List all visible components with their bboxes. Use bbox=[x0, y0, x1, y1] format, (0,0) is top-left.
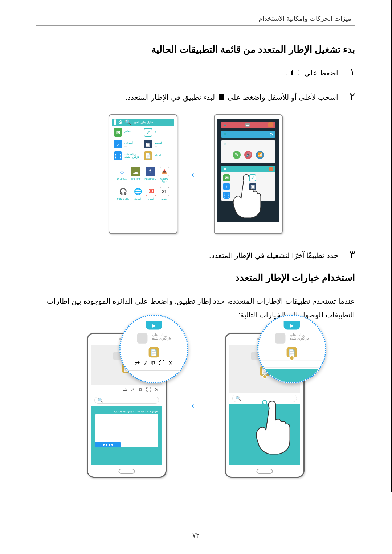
step1-text-b: . bbox=[286, 69, 288, 77]
figure-1: ⚙ 🔍 فایل های اخیر ✉اصابیر... ✓۸ ♪اصوائی.… bbox=[36, 114, 355, 234]
step-3: ٣ حدد تطبيقًا آخرًا لتشغيله في الإطار ال… bbox=[36, 249, 355, 261]
drag-icon: ⤢ bbox=[131, 387, 135, 393]
multiwindow-icon bbox=[219, 92, 224, 103]
step2-text-a: اسحب لأعلى أو للأسفل واضغط على bbox=[226, 93, 338, 101]
phone-recents: ✕ ✕ ⚙ ✕ ↻ 🔊 📶 bbox=[214, 114, 283, 234]
page-number: ٧٢ bbox=[192, 532, 200, 539]
svg-rect-4 bbox=[219, 97, 224, 100]
figure-2: ▶ برنامه هایبازگیری شده 📄 ⇄ ⤢ ⧉ ⛶ ✕ bbox=[36, 333, 355, 478]
step1-text-a: اضغط على bbox=[302, 69, 338, 77]
recent-apps-icon bbox=[291, 68, 301, 79]
search-icon: 🔍 bbox=[98, 398, 103, 403]
magnifier-zoom: ▶ برنامه هایبازگیری شده 📄 ⇄⤢⧉⛶✕ 🔍 bbox=[119, 315, 188, 383]
arrow-icon: ← bbox=[188, 166, 203, 182]
section-title-2: استخدام خيارات الإطار المتعدد bbox=[36, 272, 355, 283]
step-number: ٣ bbox=[344, 249, 355, 260]
phone-app-grid: ⚙ 🔍 فایل های اخیر ✉اصابیر... ✓۸ ♪اصوائی.… bbox=[109, 114, 177, 234]
step-text: اسحب لأعلى أو للأسفل واضغط على لبدء تطبي… bbox=[125, 91, 338, 104]
gear-icon: ⚙ bbox=[118, 119, 123, 125]
minimize-icon: ⧉ bbox=[139, 387, 142, 393]
page-header: ميزات الحركات وإمكانية الاستخدام bbox=[36, 15, 355, 26]
close-icon: ✕ bbox=[155, 387, 159, 393]
section-title-1: بدء تشغيل الإطار المتعدد من قائمة التطبي… bbox=[36, 44, 355, 55]
step-2: ٢ اسحب لأعلى أو للأسفل واضغط على لبدء تط… bbox=[36, 90, 355, 104]
arrow-icon: ← bbox=[188, 397, 203, 414]
step-1: ١ اضغط على . bbox=[36, 66, 355, 79]
step2-text-b: لبدء تطبيق في الإطار المتعدد. bbox=[125, 93, 215, 101]
search-icon: 🔍 bbox=[236, 396, 241, 401]
maximize-icon: ⛶ bbox=[146, 387, 151, 393]
step-text: اضغط على . bbox=[286, 67, 338, 79]
svg-rect-3 bbox=[219, 94, 224, 97]
magnifier-zoom: ▶ برنامه هایبازگیری شده 📄 🔍 bbox=[257, 315, 326, 383]
swap-icon: ⇄ bbox=[123, 387, 127, 393]
svg-rect-0 bbox=[293, 70, 299, 75]
step-number: ٢ bbox=[344, 90, 355, 102]
step-text: حدد تطبيقًا آخرًا لتشغيله في الإطار المت… bbox=[209, 250, 338, 261]
multiwindow-card-icon bbox=[245, 123, 250, 127]
step-number: ١ bbox=[344, 66, 355, 78]
search-icon: 🔍 bbox=[125, 119, 131, 125]
